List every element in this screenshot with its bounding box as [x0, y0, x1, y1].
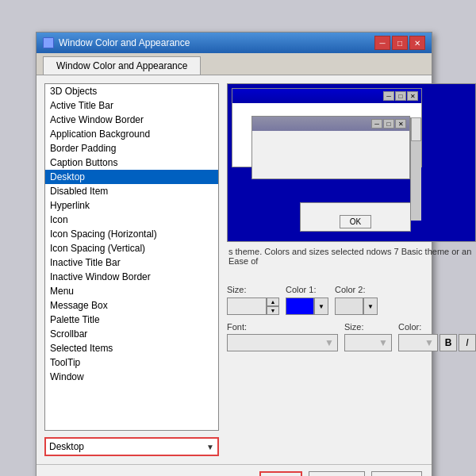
preview-inactive-btns: ─ □ ✕ [371, 119, 406, 129]
item-dropdown[interactable]: Desktop ▼ [44, 437, 219, 456]
font-size-arrow-icon: ▼ [378, 337, 388, 348]
list-item[interactable]: Desktop [45, 170, 218, 184]
dialog-content: 3D ObjectsActive Title BarActive Window … [36, 75, 432, 464]
preview-inactive-body: OK [252, 131, 409, 178]
font-color-dropdown[interactable]: ▼ [398, 334, 438, 351]
ok-button[interactable]: OK [259, 471, 301, 476]
right-panel: ─ □ ✕ [227, 83, 476, 456]
close-button[interactable]: ✕ [409, 36, 425, 50]
list-item[interactable]: Icon Spacing (Vertical) [45, 241, 218, 255]
list-item[interactable]: Message Box [45, 298, 218, 313]
color2-input-row: ▼ [335, 297, 378, 316]
color2-label: Color 2: [335, 285, 378, 294]
list-item[interactable]: Selected Items [45, 341, 218, 355]
preview-inactive-close: ✕ [395, 119, 406, 129]
preview-msg-ok: OK [340, 215, 371, 228]
preview-inactive-window: ─ □ ✕ OK [251, 116, 410, 179]
list-item[interactable]: Inactive Window Border [45, 270, 218, 284]
maximize-button[interactable]: □ [392, 36, 408, 50]
preview-msg-btn-area: OK [301, 213, 410, 231]
list-item[interactable]: Scrollbar [45, 327, 218, 341]
controls-row: Size: ▲ ▼ Color 1: ▼ [227, 285, 476, 316]
list-item[interactable]: Palette Title [45, 313, 218, 327]
preview-msg-text [301, 203, 410, 213]
bold-button[interactable]: B [440, 334, 457, 351]
font-color-label: Color: [398, 322, 476, 332]
list-item[interactable]: Border Padding [45, 141, 218, 155]
color1-label: Color 1: [286, 285, 328, 294]
preview-inactive-min: ─ [371, 119, 382, 129]
dropdown-arrow-icon: ▼ [206, 443, 214, 451]
dialog-icon [43, 37, 54, 48]
list-item[interactable]: Caption Buttons [45, 155, 218, 170]
font-color-row: ▼ B I [398, 334, 476, 351]
dropdown-wrapper: Desktop ▼ [44, 437, 219, 456]
list-item[interactable]: Inactive Title Bar [45, 255, 218, 270]
preview-close-btn: ✕ [407, 91, 418, 101]
list-item[interactable]: Window [45, 370, 218, 384]
size-label: Size: [227, 285, 279, 294]
list-item[interactable]: Icon Spacing (Horizontal) [45, 227, 218, 241]
preview-message-box: OK [300, 202, 411, 232]
size-input[interactable] [227, 298, 267, 315]
preview-active-titlebar: ─ □ ✕ [232, 89, 421, 103]
font-size-label: Size: [344, 322, 392, 332]
size-spinner: ▲ ▼ [267, 298, 279, 315]
titlebar-buttons: ─ □ ✕ [374, 36, 425, 50]
font-control-group: Font: ▼ [227, 322, 338, 351]
preview-max-btn: □ [395, 91, 406, 101]
list-item[interactable]: Application Background [45, 127, 218, 141]
size-input-row: ▲ ▼ [227, 297, 279, 316]
dialog-footer: OK Cancel Apply [36, 464, 432, 476]
preview-inactive-titlebar: ─ □ ✕ [252, 117, 409, 131]
size-control-group: Size: ▲ ▼ [227, 285, 279, 316]
list-item[interactable]: ToolTip [45, 355, 218, 370]
list-item[interactable]: 3D Objects [45, 84, 218, 98]
font-color-group: Color: ▼ B I [398, 322, 476, 351]
list-panel: 3D ObjectsActive Title BarActive Window … [44, 83, 219, 456]
list-item[interactable]: Active Window Border [45, 113, 218, 127]
color1-control-group: Color 1: ▼ [286, 285, 328, 316]
apply-button[interactable]: Apply [371, 471, 422, 476]
minimize-button[interactable]: ─ [374, 36, 390, 50]
font-dropdown[interactable]: ▼ [227, 334, 338, 351]
font-row: Font: ▼ Size: ▼ Color: [227, 322, 476, 351]
color1-input-row: ▼ [286, 297, 328, 316]
dropdown-value: Desktop [49, 441, 84, 452]
list-item[interactable]: Icon [45, 213, 218, 227]
dialog-title: Window Color and Appearance [59, 37, 190, 48]
font-label: Font: [227, 322, 338, 332]
italic-button[interactable]: I [459, 334, 476, 351]
list-item[interactable]: Hyperlink [45, 198, 218, 213]
font-size-group: Size: ▼ [344, 322, 392, 351]
tab-bar: Window Color and Appearance [36, 53, 432, 75]
tab-window-color[interactable]: Window Color and Appearance [43, 56, 201, 75]
color2-control-group: Color 2: ▼ [335, 285, 378, 316]
dialog-titlebar: Window Color and Appearance ─ □ ✕ [36, 33, 432, 53]
color2-dropdown-btn[interactable]: ▼ [363, 298, 378, 315]
preview-scroll-thumb [411, 117, 421, 141]
preview-area: ─ □ ✕ [227, 83, 476, 242]
titlebar-left: Window Color and Appearance [43, 37, 190, 48]
size-spinner-up[interactable]: ▲ [267, 298, 279, 306]
list-item[interactable]: Active Title Bar [45, 98, 218, 113]
list-item[interactable]: Disabled Item [45, 184, 218, 198]
color1-dropdown-btn[interactable]: ▼ [314, 298, 328, 315]
font-dropdown-arrow-icon: ▼ [324, 337, 334, 348]
preview-min-btn: ─ [383, 91, 394, 101]
cancel-button[interactable]: Cancel [309, 471, 365, 476]
item-list[interactable]: 3D ObjectsActive Title BarActive Window … [44, 83, 219, 431]
description-text: s theme. Colors and sizes selected ndows… [227, 242, 476, 282]
font-color-arrow-icon: ▼ [424, 337, 434, 348]
preview-inactive-max: □ [383, 119, 394, 129]
color2-button[interactable] [335, 298, 363, 315]
size-spinner-down[interactable]: ▼ [267, 306, 279, 315]
window-color-dialog: Window Color and Appearance ─ □ ✕ Window… [36, 32, 432, 476]
color1-button[interactable] [286, 298, 314, 315]
font-size-dropdown[interactable]: ▼ [344, 334, 392, 351]
preview-titlebar-btns: ─ □ ✕ [383, 91, 418, 101]
preview-scrollbar [410, 117, 421, 221]
list-item[interactable]: Menu [45, 284, 218, 298]
